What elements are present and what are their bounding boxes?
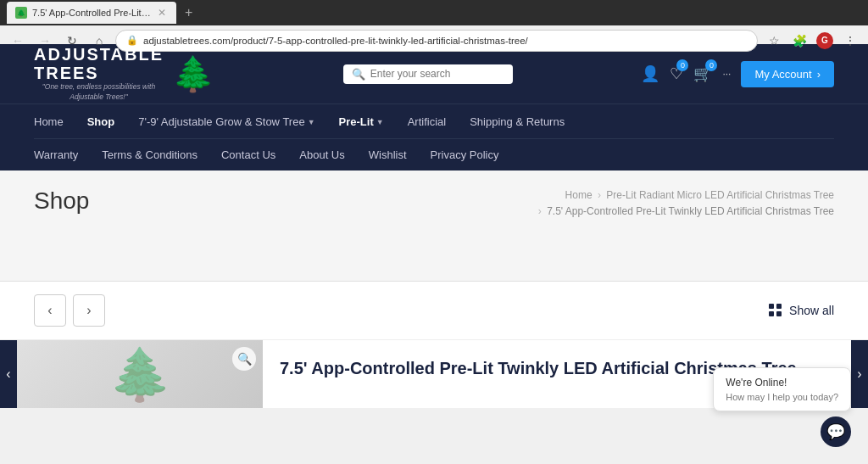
right-arrow-button[interactable]: › [851,340,868,408]
tab-bar: 🌲 7.5' App-Controlled Pre-Lit T... ✕ + [0,0,868,25]
cart-badge: 0 [705,59,717,71]
extensions-icon[interactable]: 🧩 [788,30,810,52]
nav-adjustable[interactable]: 7'-9' Adjustable Grow & Stow Tree ▼ [138,112,314,131]
nav-shipping[interactable]: Shipping & Returns [470,112,565,131]
profile-icon[interactable]: G [814,30,836,52]
tab-favicon: 🌲 [15,7,27,19]
nav-artificial[interactable]: Artificial [408,112,447,131]
header-icons: 👤 ♡ 0 🛒 0 ··· My Account › [641,61,834,87]
main-navigation: Home Shop 7'-9' Adjustable Grow & Stow T… [0,103,868,171]
cart-icon[interactable]: 🛒 0 [693,64,712,83]
nav-terms[interactable]: Terms & Conditions [102,145,198,165]
page-title: Shop [34,187,89,215]
logo-subtitle: "One tree, endless possibilities withAdj… [34,82,164,103]
toolbar-icons: ☆ 🧩 G ⋮ [763,30,861,52]
nav-contact[interactable]: Contact Us [221,145,275,165]
chat-box: We're Online! How may I help you today? [713,367,851,411]
nav-row-2: Warranty Terms & Conditions Contact Us A… [34,138,834,171]
chat-bubble-button[interactable]: 💬 [821,416,851,447]
browser-chrome: 🌲 7.5' App-Controlled Pre-Lit T... ✕ + ←… [0,0,868,44]
breadcrumb-current: 7.5' App-Controlled Pre-Lit Twinkly LED … [547,205,834,217]
shop-section: Shop Home › Pre-Lit Radiant Micro LED Ar… [0,171,868,281]
product-image: 🌲 🔍 [17,340,263,408]
tab-title: 7.5' App-Controlled Pre-Lit T... [32,8,151,18]
my-account-button[interactable]: My Account › [741,61,834,87]
search-icon: 🔍 [352,68,365,81]
breadcrumb: Home › Pre-Lit Radiant Micro LED Artific… [536,187,834,220]
new-tab-button[interactable]: + [180,5,198,20]
chat-widget: We're Online! How may I help you today? … [713,367,851,447]
nav-prelit[interactable]: Pre-Lit ▼ [339,112,384,131]
logo-tree-icon: 🌲 [172,54,214,94]
logo-text: ADJUSTABLE TREES "One tree, endless poss… [34,45,164,103]
site-header: ADJUSTABLE TREES "One tree, endless poss… [0,44,868,103]
listing-controls: ‹ › Show all [0,281,868,339]
grid-icon [769,304,782,317]
back-button[interactable]: ← [7,30,29,52]
url-text: adjustabletrees.com/product/7-5-app-cont… [143,36,528,46]
bookmark-icon[interactable]: ☆ [763,30,785,52]
logo-title: ADJUSTABLE TREES [34,45,164,82]
pagination-buttons: ‹ › [34,294,105,327]
website: ADJUSTABLE TREES "One tree, endless poss… [0,44,868,408]
breadcrumb-home[interactable]: Home [565,189,593,201]
dropdown-arrow-2: ▼ [376,118,384,126]
breadcrumb-category: Pre-Lit Radiant Micro LED Artificial Chr… [606,189,834,201]
zoom-icon[interactable]: 🔍 [232,347,256,371]
chat-subtext: How may I help you today? [726,392,838,402]
cart-label: ··· [722,68,731,80]
search-input[interactable] [370,68,504,80]
next-page-button[interactable]: › [73,294,105,327]
logo-area: ADJUSTABLE TREES "One tree, endless poss… [34,45,214,103]
nav-wishlist[interactable]: Wishlist [369,145,407,165]
profile-avatar: G [816,32,833,49]
nav-home[interactable]: Home [34,112,64,131]
chat-header: We're Online! [726,377,838,389]
nav-row-1: Home Shop 7'-9' Adjustable Grow & Stow T… [34,104,834,138]
nav-privacy[interactable]: Privacy Policy [431,145,499,165]
menu-icon[interactable]: ⋮ [839,30,861,52]
dropdown-arrow: ▼ [308,118,315,126]
active-tab[interactable]: 🌲 7.5' App-Controlled Pre-Lit T... ✕ [7,2,176,24]
left-arrow-button[interactable]: ‹ [0,340,17,408]
nav-shop[interactable]: Shop [87,112,115,131]
search-bar[interactable]: 🔍 [343,64,513,84]
nav-warranty[interactable]: Warranty [34,145,78,165]
user-icon[interactable]: 👤 [641,64,659,83]
show-all-button[interactable]: Show all [769,304,834,317]
wishlist-badge: 0 [676,59,688,71]
prev-page-button[interactable]: ‹ [34,294,66,327]
tab-close-button[interactable]: ✕ [156,7,168,19]
nav-about[interactable]: About Us [299,145,344,165]
breadcrumb-separator-2: › [538,205,544,217]
wishlist-icon[interactable]: ♡ 0 [670,64,683,83]
breadcrumb-separator-1: › [598,189,604,201]
chevron-right-icon: › [817,68,821,81]
lock-icon: 🔒 [126,35,138,46]
